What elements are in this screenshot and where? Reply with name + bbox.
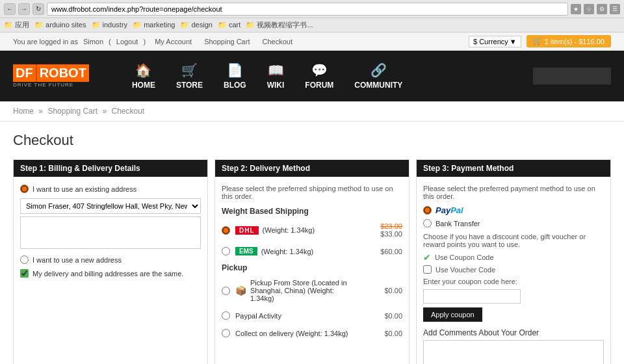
dhl-badge: DHL bbox=[235, 226, 259, 235]
check-icon: ✔ bbox=[423, 252, 431, 263]
step3-payment: Step 3: Payment Method Please select the… bbox=[416, 159, 611, 364]
bookmark-video[interactable]: 📁 视频教程缩字书... bbox=[246, 20, 313, 30]
bookmark-arduino[interactable]: 📁 arduino sites bbox=[34, 21, 86, 29]
bookmark-apps[interactable]: 📁 应用 bbox=[4, 20, 29, 30]
same-address-checkbox-label[interactable]: My delivery and billing addresses are th… bbox=[20, 269, 201, 278]
blog-icon: 📄 bbox=[227, 62, 243, 78]
breadcrumb-sep2: » bbox=[102, 107, 107, 116]
search-input[interactable] bbox=[533, 68, 611, 84]
step1-header: Step 1: Billing & Delivery Details bbox=[14, 160, 207, 177]
site-logo[interactable]: DFROBOT DRIVE THE FUTURE bbox=[13, 64, 89, 88]
username-link[interactable]: Simon bbox=[83, 38, 103, 46]
menu-icon[interactable]: ☰ bbox=[610, 4, 620, 14]
bank-transfer-label: Bank Transfer bbox=[436, 220, 480, 228]
use-voucher-check: Use Voucher Code bbox=[423, 265, 604, 274]
paypal-activity-price: $0.00 bbox=[363, 312, 402, 320]
store-icon: 🛒 bbox=[181, 62, 198, 78]
star-icon[interactable]: ★ bbox=[571, 4, 581, 14]
payment-desc: Please select the preferred payment meth… bbox=[423, 185, 604, 200]
bookmark-marketing[interactable]: 📁 marketing bbox=[133, 21, 175, 29]
paypal-option: PayPal bbox=[423, 205, 604, 215]
weight-based-title: Weight Based Shipping bbox=[222, 207, 402, 216]
my-account-link[interactable]: My Account bbox=[155, 38, 192, 46]
nav-wiki[interactable]: 📖 WIKI bbox=[257, 57, 295, 95]
use-voucher-label: Use Voucher Code bbox=[436, 266, 495, 274]
url-bar[interactable] bbox=[47, 3, 568, 16]
main-nav: 🏠 HOME 🛒 STORE 📄 BLOG 📖 WIKI 💬 FORUM 🔗 C… bbox=[122, 57, 514, 95]
apply-coupon-button[interactable]: Apply coupon bbox=[423, 307, 482, 322]
coupon-input[interactable] bbox=[423, 289, 521, 304]
nav-blog[interactable]: 📄 BLOG bbox=[213, 57, 257, 95]
shopping-cart-link[interactable]: Shopping Cart bbox=[204, 38, 250, 46]
browser-chrome: ← → ↻ ★ ☆ ⚙ ☰ bbox=[0, 0, 624, 18]
checkout-steps-grid: Step 1: Billing & Delivery Details I wan… bbox=[13, 159, 611, 364]
settings-icon[interactable]: ⚙ bbox=[597, 4, 607, 14]
use-coupon-check: ✔ Use Coupon Code bbox=[423, 252, 604, 263]
cod-label: Collect on delivery (Weight: 1.34kg) bbox=[235, 330, 348, 337]
nav-forward-btn[interactable]: → bbox=[18, 3, 30, 15]
nav-store[interactable]: 🛒 STORE bbox=[166, 57, 213, 95]
pickup-store-radio[interactable] bbox=[222, 287, 230, 295]
dhl-option: DHL (Weight: 1.34kg) $23.00 $33.00 bbox=[222, 220, 402, 240]
use-voucher-checkbox[interactable] bbox=[423, 265, 432, 274]
pickup-store-option: 📦 Pickup From Store (Located in Shanghai… bbox=[222, 276, 402, 305]
wiki-icon: 📖 bbox=[268, 62, 284, 78]
bookmarks-bar: 📁 应用 📁 arduino sites 📁 industry 📁 market… bbox=[0, 18, 624, 32]
pickup-store-price: $0.00 bbox=[363, 287, 402, 294]
nav-community[interactable]: 🔗 COMMUNITY bbox=[344, 57, 413, 95]
existing-address-option[interactable]: I want to use an existing address bbox=[20, 185, 201, 193]
nav-home[interactable]: 🏠 HOME bbox=[122, 57, 166, 95]
paypal-activity-radio[interactable] bbox=[222, 311, 230, 320]
paypal-label: PayPal bbox=[436, 205, 463, 215]
breadcrumb-current: Checkout bbox=[111, 107, 144, 116]
step2-delivery: Step 2: Delivery Method Please select th… bbox=[214, 159, 410, 364]
search-box[interactable] bbox=[533, 68, 611, 84]
logout-link[interactable]: Logout bbox=[116, 38, 138, 46]
address-select[interactable]: Simon Fraser, 407 Stringfellow Hall, Wes… bbox=[20, 198, 201, 214]
new-address-option[interactable]: I want to use a new address bbox=[20, 255, 201, 264]
currency-button[interactable]: $ Currency ▼ bbox=[469, 36, 521, 47]
bank-transfer-radio[interactable] bbox=[423, 219, 432, 228]
coupon-row bbox=[423, 289, 604, 304]
nav-reload-btn[interactable]: ↻ bbox=[32, 3, 44, 15]
ems-radio[interactable] bbox=[222, 247, 230, 255]
nav-forum[interactable]: 💬 FORUM bbox=[294, 57, 344, 95]
new-address-radio[interactable] bbox=[20, 255, 29, 264]
bookmark-industry[interactable]: 📁 industry bbox=[92, 21, 128, 29]
existing-address-radio[interactable] bbox=[20, 185, 29, 193]
address-textarea[interactable] bbox=[20, 216, 201, 249]
breadcrumb-home[interactable]: Home bbox=[13, 107, 34, 116]
coupon-input-label: Enter your coupon code here: bbox=[423, 278, 604, 285]
step1-content: I want to use an existing address Simon … bbox=[14, 177, 207, 285]
bookmark-icon[interactable]: ☆ bbox=[584, 4, 594, 14]
cod-price: $0.00 bbox=[363, 330, 402, 337]
breadcrumb-cart[interactable]: Shopping Cart bbox=[47, 107, 98, 116]
top-bar: You are logged in as Simon (Logout) My A… bbox=[0, 32, 624, 51]
step1-billing: Step 1: Billing & Delivery Details I wan… bbox=[13, 159, 208, 364]
step2-header: Step 2: Delivery Method bbox=[215, 160, 409, 177]
comments-textarea[interactable] bbox=[423, 340, 604, 364]
paypal-radio[interactable] bbox=[423, 206, 432, 214]
same-address-checkbox[interactable] bbox=[20, 269, 29, 278]
pickup-store-label: Pickup From Store (Located in Shanghai, … bbox=[250, 279, 358, 302]
site-header: DFROBOT DRIVE THE FUTURE 🏠 HOME 🛒 STORE … bbox=[0, 51, 624, 101]
checkout-link[interactable]: Checkout bbox=[263, 38, 292, 46]
cart-button[interactable]: 🛒 1 item(s) - $116.00 bbox=[526, 35, 611, 47]
page-content: Checkout Step 1: Billing & Delivery Deta… bbox=[0, 122, 624, 364]
ems-badge: EMS bbox=[235, 247, 257, 255]
pickup-title: Pickup bbox=[222, 263, 402, 272]
ems-desc: (Weight: 1.34kg) bbox=[261, 248, 314, 255]
paypal-activity-option: Paypal Activity $0.00 bbox=[222, 309, 402, 322]
delivery-desc: Please select the preferred shipping met… bbox=[222, 185, 402, 200]
paypal-activity-label: Paypal Activity bbox=[235, 312, 281, 320]
cod-radio[interactable] bbox=[222, 329, 230, 337]
nav-back-btn[interactable]: ← bbox=[4, 3, 16, 15]
dhl-desc: (Weight: 1.34kg) bbox=[263, 226, 315, 234]
bookmark-design[interactable]: 📁 design bbox=[180, 21, 212, 29]
step3-content: Please select the preferred payment meth… bbox=[417, 177, 610, 364]
page-title: Checkout bbox=[13, 132, 611, 149]
dhl-radio[interactable] bbox=[222, 226, 230, 235]
ems-price: $60.00 bbox=[363, 248, 402, 255]
bookmark-cart[interactable]: 📁 cart bbox=[218, 21, 240, 29]
logged-in-text: You are logged in as bbox=[13, 38, 78, 46]
